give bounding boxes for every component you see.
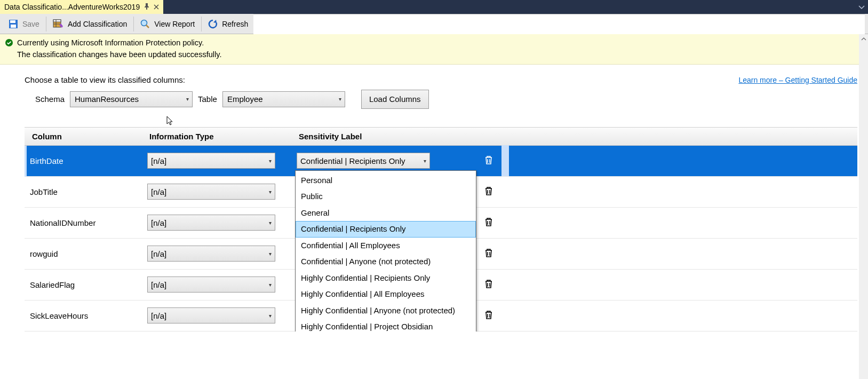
info-line2: The classification changes have been upd…: [17, 49, 221, 61]
info-type-cell: [n/a]▾: [147, 277, 297, 293]
trash-icon: [484, 186, 493, 196]
schema-select[interactable]: HumanResources ▾: [70, 91, 193, 107]
column-name: SickLeaveHours: [30, 311, 147, 320]
column-name: NationalIDNumber: [30, 218, 147, 227]
header-sensitivity: Sensitivity Label: [299, 132, 459, 141]
svg-point-5: [141, 20, 147, 26]
delete-cell: [478, 217, 499, 228]
header-info-type: Information Type: [149, 132, 299, 141]
delete-cell: [478, 248, 499, 259]
toolbar: Save Add Classification View Report Refr…: [0, 14, 868, 34]
grid-header: Column Information Type Sensitivity Labe…: [25, 128, 857, 146]
svg-rect-1: [10, 20, 15, 23]
chevron-down-icon: ▾: [183, 96, 192, 102]
dropdown-item[interactable]: Confidential | All Employees: [296, 238, 476, 254]
classification-icon: [53, 19, 63, 29]
titlebar-menu[interactable]: [858, 0, 868, 14]
delete-button[interactable]: [484, 158, 493, 167]
toolbar-separator: [133, 17, 134, 31]
info-type-cell: [n/a]▾: [147, 215, 297, 231]
delete-cell: [478, 155, 499, 167]
info-type-cell: [n/a]▾: [147, 153, 297, 169]
row-selection-handle: [501, 145, 509, 176]
content-area: Choose a table to view its classified co…: [0, 65, 868, 331]
header-column: Column: [32, 132, 149, 141]
info-type-select[interactable]: [n/a]▾: [147, 307, 275, 323]
info-type-cell: [n/a]▾: [147, 184, 297, 200]
info-type-select[interactable]: [n/a]▾: [147, 215, 275, 231]
learn-more-link[interactable]: Learn more – Getting Started Guide: [738, 76, 857, 84]
delete-button[interactable]: [484, 189, 493, 198]
table-select[interactable]: Employee ▾: [222, 91, 345, 107]
info-type-cell: [n/a]▾: [147, 307, 297, 323]
view-report-label: View Report: [154, 20, 195, 28]
dropdown-item[interactable]: Highly Confidential | All Employees: [296, 286, 476, 303]
classification-grid: Column Information Type Sensitivity Labe…: [25, 127, 857, 331]
chooser-prompt: Choose a table to view its classified co…: [25, 75, 185, 84]
scroll-up-button[interactable]: [859, 34, 868, 43]
dropdown-item[interactable]: Highly Confidential | Anyone (not protec…: [296, 303, 476, 319]
info-type-select[interactable]: [n/a]▾: [147, 277, 275, 293]
tab-title: Data Classificatio...AdventureWorks2019: [4, 3, 140, 11]
delete-button[interactable]: [484, 251, 493, 259]
trash-icon: [484, 310, 493, 320]
toolbar-spacer: [253, 14, 865, 34]
dropdown-item[interactable]: Confidential | Recipients Only: [296, 221, 476, 238]
pin-icon[interactable]: [144, 3, 149, 11]
load-columns-button[interactable]: Load Columns: [361, 90, 429, 109]
delete-cell: [478, 279, 499, 290]
delete-button[interactable]: [484, 313, 493, 321]
info-type-select[interactable]: [n/a]▾: [147, 246, 275, 262]
dropdown-item[interactable]: Highly Confidential | Project Obsidian: [296, 319, 476, 331]
svg-rect-4: [53, 20, 61, 22]
info-type-select[interactable]: [n/a]▾: [147, 153, 275, 169]
add-classification-label: Add Classification: [68, 20, 127, 28]
dropdown-item[interactable]: Highly Confidential | Recipients Only: [296, 270, 476, 287]
save-button[interactable]: Save: [3, 14, 45, 34]
scroll-track[interactable]: [859, 43, 868, 331]
refresh-icon: [208, 19, 218, 29]
sensitivity-select[interactable]: Confidential | Recipients Only▾: [297, 153, 430, 169]
sensitivity-cell: Confidential | Recipients Only▾: [297, 153, 457, 169]
column-name: JobTitle: [30, 187, 147, 196]
column-name: rowguid: [30, 249, 147, 258]
sensitivity-dropdown[interactable]: PersonalPublicGeneralConfidential | Reci…: [295, 170, 476, 331]
cursor-icon: [166, 116, 175, 127]
close-icon[interactable]: [154, 3, 159, 11]
save-label: Save: [22, 20, 39, 28]
magnifier-icon: [140, 19, 150, 29]
info-type-cell: [n/a]▾: [147, 246, 297, 262]
save-icon: [9, 19, 18, 29]
add-classification-button[interactable]: Add Classification: [47, 14, 132, 34]
info-line1: Currently using Microsoft Information Pr…: [17, 37, 221, 49]
view-report-button[interactable]: View Report: [135, 14, 200, 34]
column-name: SalariedFlag: [30, 280, 147, 289]
info-type-select[interactable]: [n/a]▾: [147, 184, 275, 200]
dropdown-item[interactable]: Confidential | Anyone (not protected): [296, 254, 476, 270]
column-name: BirthDate: [30, 156, 147, 165]
dropdown-item[interactable]: Personal: [296, 172, 476, 189]
delete-cell: [478, 310, 499, 321]
info-bar: Currently using Microsoft Information Pr…: [0, 34, 868, 65]
delete-cell: [478, 186, 499, 198]
title-bar: Data Classificatio...AdventureWorks2019: [0, 0, 868, 14]
info-text: Currently using Microsoft Information Pr…: [17, 37, 221, 61]
dropdown-item[interactable]: General: [296, 205, 476, 222]
trash-icon: [484, 279, 493, 289]
dropdown-item[interactable]: Public: [296, 188, 476, 205]
schema-value: HumanResources: [70, 94, 143, 104]
trash-icon: [484, 248, 493, 258]
chevron-down-icon: [858, 3, 865, 11]
trash-icon: [484, 217, 493, 227]
trash-icon: [484, 155, 493, 165]
refresh-button[interactable]: Refresh: [203, 14, 253, 34]
svg-rect-2: [11, 25, 16, 28]
toolbar-separator: [201, 17, 202, 31]
vertical-scrollbar[interactable]: [859, 34, 868, 331]
document-tab[interactable]: Data Classificatio...AdventureWorks2019: [0, 0, 163, 14]
table-label: Table: [198, 94, 217, 104]
delete-button[interactable]: [484, 220, 493, 228]
delete-button[interactable]: [484, 282, 493, 290]
toolbar-separator: [46, 17, 46, 31]
schema-label: Schema: [35, 94, 65, 104]
